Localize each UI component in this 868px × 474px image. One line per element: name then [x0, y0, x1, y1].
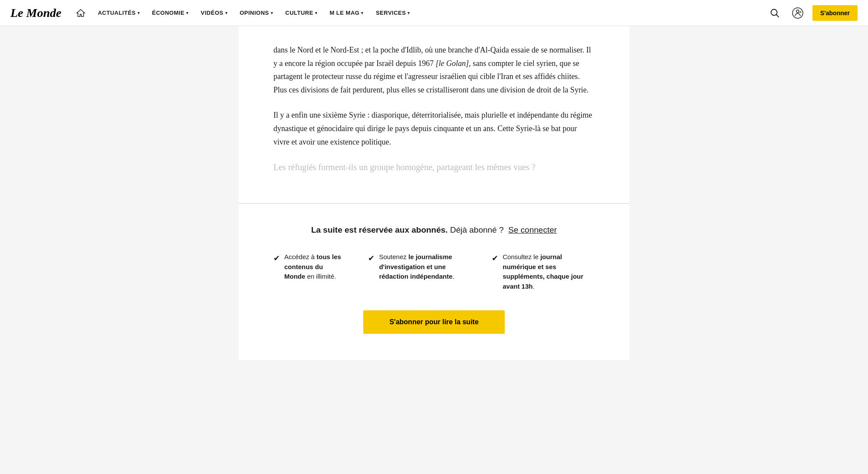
- check-icon-1: ✔: [273, 253, 280, 264]
- paywall-login-link[interactable]: Se connecter: [508, 225, 557, 234]
- benefit-item-3: ✔ Consultez le journal numérique et ses …: [492, 252, 595, 291]
- check-icon-2: ✔: [368, 253, 375, 264]
- subscribe-button[interactable]: S'abonner: [812, 5, 858, 21]
- check-icon-3: ✔: [492, 253, 498, 264]
- svg-point-2: [792, 8, 803, 18]
- chevron-down-icon: ▾: [186, 11, 189, 15]
- svg-point-3: [796, 10, 799, 13]
- home-icon: [76, 9, 85, 17]
- login-button[interactable]: [788, 3, 807, 23]
- article-paragraph-2: Il y a enfin une sixième Syrie : diaspor…: [273, 109, 595, 148]
- article-faded-question: Les réfugiés forment-ils un groupe homog…: [273, 161, 595, 191]
- benefit-item-2: ✔ Soutenez le journalisme d'investigatio…: [368, 252, 466, 291]
- home-button[interactable]: [70, 0, 92, 26]
- navbar-right: S'abonner: [766, 3, 858, 23]
- article-content: dans le Nord et le Nord-Est ; et la poch…: [239, 26, 629, 204]
- benefit-text-3: Consultez le journal numérique et ses su…: [503, 252, 595, 291]
- benefit-text-1: Accédez à tous les contenus du Monde en …: [284, 252, 342, 282]
- chevron-down-icon: ▾: [138, 11, 140, 15]
- article-paragraph-1: dans le Nord et le Nord-Est ; et la poch…: [273, 43, 595, 96]
- benefit-item-1: ✔ Accédez à tous les contenus du Monde e…: [273, 252, 342, 291]
- chevron-down-icon: ▾: [315, 11, 318, 15]
- paywall-already-label: Déjà abonné ?: [450, 225, 504, 234]
- nav-item-videos[interactable]: VIDÉOS ▾: [195, 0, 234, 26]
- benefit-text-2: Soutenez le journalisme d'investigation …: [379, 252, 466, 282]
- svg-line-1: [776, 14, 779, 17]
- paywall-section: La suite est réservée aux abonnés. Déjà …: [239, 204, 629, 360]
- chevron-down-icon: ▾: [225, 11, 228, 15]
- paywall-headline-bold: La suite est réservée aux abonnés.: [311, 225, 448, 234]
- logo[interactable]: Le Monde: [10, 6, 61, 20]
- page-background: [0, 360, 868, 447]
- cta-subscribe-button[interactable]: S'abonner pour lire la suite: [363, 310, 505, 334]
- search-button[interactable]: [766, 5, 783, 21]
- nav-item-actualites[interactable]: ACTUALITÉS ▾: [92, 0, 146, 26]
- navbar: Le Monde ACTUALITÉS ▾ ÉCONOMIE ▾ VIDÉOS …: [0, 0, 868, 26]
- chevron-down-icon: ▾: [408, 11, 410, 15]
- chevron-down-icon: ▾: [361, 11, 364, 15]
- login-icon: [792, 7, 804, 19]
- nav-items: ACTUALITÉS ▾ ÉCONOMIE ▾ VIDÉOS ▾ OPINION…: [92, 0, 766, 26]
- article-body: dans le Nord et le Nord-Est ; et la poch…: [273, 43, 595, 191]
- paywall-benefits: ✔ Accédez à tous les contenus du Monde e…: [273, 252, 595, 291]
- nav-item-economie[interactable]: ÉCONOMIE ▾: [146, 0, 194, 26]
- nav-item-opinions[interactable]: OPINIONS ▾: [233, 0, 279, 26]
- nav-item-culture[interactable]: CULTURE ▾: [279, 0, 323, 26]
- search-icon: [770, 8, 779, 18]
- paywall-headline: La suite est réservée aux abonnés. Déjà …: [273, 225, 595, 235]
- nav-item-services[interactable]: SERVICES ▾: [370, 0, 416, 26]
- chevron-down-icon: ▾: [271, 11, 273, 15]
- nav-item-mlemag[interactable]: M LE MAG ▾: [323, 0, 370, 26]
